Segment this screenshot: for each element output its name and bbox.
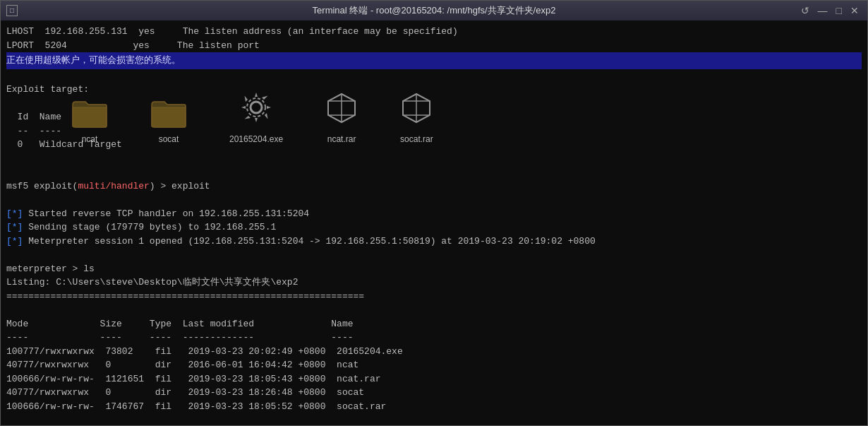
terminal-blank-6 (6, 248, 862, 262)
minimize-button[interactable]: — (815, 4, 831, 18)
file-icon-label: ncat.rar (327, 133, 356, 146)
terminal-separator: ========================================… (6, 290, 862, 304)
terminal-window: □ Terminal 终端 - root@20165204: /mnt/hgfs… (0, 0, 868, 426)
file-icon-exe: 20165204.exe (229, 91, 283, 146)
file-icon-socat: socat (150, 97, 187, 146)
file-icon-label: ncat (82, 133, 98, 146)
file-icon-socat-rar: socat.rar (400, 91, 433, 146)
terminal-file-4: 40777/rwxrwxrwx 0 dir 2019-03-23 18:26:4… (6, 386, 862, 400)
folder-icon (71, 97, 108, 129)
svg-point-0 (251, 102, 262, 113)
window-icon: □ (6, 5, 18, 16)
terminal-file-2: 40777/rwxrwxrwx 0 dir 2016-06-01 16:04:4… (6, 358, 862, 372)
file-icons-overlay: ncat socat (71, 91, 433, 146)
window-title: Terminal 终端 - root@20165204: /mnt/hgfs/共… (313, 4, 556, 17)
titlebar-left: □ (6, 5, 18, 16)
terminal-file-5: 100666/rw-rw-rw- 1746767 fil 2019-03-23 … (6, 400, 862, 414)
terminal-blank-1 (6, 69, 862, 83)
file-icon-label: 20165204.exe (229, 133, 283, 146)
terminal-info-session: [*] Meterpreter session 1 opened (192.16… (6, 235, 862, 249)
terminal-blank-7 (6, 303, 862, 317)
terminal-col-dash: ---- ---- ---- ------------- ---- (6, 331, 862, 345)
titlebar: □ Terminal 终端 - root@20165204: /mnt/hgfs… (1, 1, 867, 20)
terminal-info-handler: [*] Started reverse TCP handler on 192.1… (6, 207, 862, 221)
terminal-blank-5 (6, 193, 862, 207)
file-icon-label: socat (159, 133, 179, 146)
terminal-blank-4 (6, 165, 862, 179)
file-icon-ncat: ncat (71, 97, 108, 146)
maximize-button[interactable]: □ (833, 4, 845, 18)
terminal-prompt-ls: meterpreter > ls (6, 262, 862, 276)
terminal-line-lport: LPORT 5204 yes The listen port (6, 39, 862, 53)
file-icon-ncat-rar: ncat.rar (325, 91, 358, 146)
box-icon (325, 91, 358, 129)
terminal-listing-path: Listing: C:\Users\steve\Desktop\临时文件\共享文… (6, 276, 862, 290)
box-icon (400, 91, 433, 129)
terminal-line-lhost: LHOST 192.168.255.131 yes The listen add… (6, 25, 862, 39)
terminal-body[interactable]: ncat socat (1, 20, 867, 425)
refresh-button[interactable]: ↺ (798, 4, 812, 18)
terminal-file-1: 100777/rwxrwxrwx 73802 fil 2019-03-23 20… (6, 345, 862, 359)
terminal-line-warn: 正在使用超级帐户，可能会损害您的系统。 (6, 52, 862, 69)
gear-icon (240, 91, 272, 129)
terminal-col-header: Mode Size Type Last modified Name (6, 317, 862, 331)
titlebar-controls: ↺ — □ ✕ (798, 4, 862, 18)
close-button[interactable]: ✕ (848, 4, 862, 18)
terminal-file-3: 100666/rw-rw-rw- 1121651 fil 2019-03-23 … (6, 372, 862, 386)
file-icon-label: socat.rar (400, 133, 433, 146)
terminal-prompt-exploit: msf5 exploit(multi/handler) > exploit (6, 179, 862, 194)
folder-icon (150, 97, 187, 129)
terminal-info-stage: [*] Sending stage (179779 bytes) to 192.… (6, 220, 862, 235)
terminal-blank-3 (6, 152, 862, 166)
terminal-blank-8 (6, 413, 862, 425)
